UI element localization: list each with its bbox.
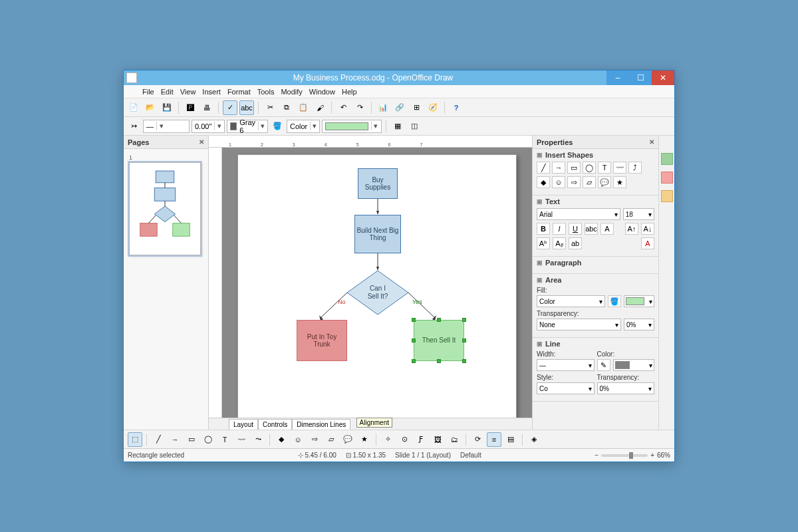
font-name-combo[interactable]: Arial▾ xyxy=(537,208,620,220)
decrease-font-button[interactable]: A↓ xyxy=(641,223,654,235)
page-thumbnail-1[interactable] xyxy=(129,162,201,255)
zoom-control[interactable]: − + 66% xyxy=(595,452,670,459)
menu-view[interactable]: View xyxy=(180,88,196,96)
line-width-input[interactable]: 0.00"▾ xyxy=(192,120,225,133)
points-edit-button[interactable]: ✧ xyxy=(380,432,395,447)
close-button[interactable]: ✕ xyxy=(652,70,674,85)
autospell-button[interactable]: abc xyxy=(239,100,254,115)
line-color-pen-icon[interactable]: ✎ xyxy=(597,359,610,371)
shape-ellipse-icon[interactable]: ◯ xyxy=(583,162,596,174)
flowchart-shapes-button[interactable]: ▱ xyxy=(324,432,338,447)
menu-insert[interactable]: Insert xyxy=(202,88,221,96)
flowchart-decision[interactable]: Can I Sell It? xyxy=(344,269,411,316)
shape-line-icon[interactable]: ╱ xyxy=(537,162,550,174)
export-pdf-button[interactable]: 🅿 xyxy=(183,100,198,115)
fontwork-button[interactable]: Ƒ xyxy=(414,432,428,447)
shape-callout-icon[interactable]: 💬 xyxy=(598,176,611,188)
arrow-tool-button[interactable]: → xyxy=(168,432,182,447)
line-color-select[interactable]: ▾ xyxy=(613,359,655,371)
save-button[interactable]: 💾 xyxy=(160,100,174,115)
menu-file[interactable]: File xyxy=(142,88,154,96)
fill-color-combo[interactable]: ▾ xyxy=(322,120,382,133)
line-tool-button[interactable]: ╱ xyxy=(151,432,166,447)
shape-text-icon[interactable]: T xyxy=(598,162,611,174)
from-file-button[interactable]: 🖼 xyxy=(430,432,445,447)
shape-symbol-icon[interactable]: ☺ xyxy=(552,176,565,188)
symbol-shapes-button[interactable]: ☺ xyxy=(291,432,305,447)
ellipse-tool-button[interactable]: ◯ xyxy=(201,432,215,447)
canvas-viewport[interactable]: Buy Supplies Build Next Big Thing Can I … xyxy=(222,148,532,418)
help-button[interactable]: ? xyxy=(449,100,464,115)
flowchart-box-build[interactable]: Build Next Big Thing xyxy=(354,215,401,253)
menu-tools[interactable]: Tools xyxy=(257,88,275,96)
highlight-button[interactable]: ab xyxy=(569,237,582,249)
titlebar[interactable]: My Business Process.odg - OpenOffice Dra… xyxy=(124,70,674,85)
tab-dimension[interactable]: Dimension Lines xyxy=(292,419,350,430)
menu-format[interactable]: Format xyxy=(227,88,251,96)
select-tool-button[interactable]: ⬚ xyxy=(128,432,142,447)
minimize-button[interactable]: – xyxy=(606,70,629,85)
tab-controls[interactable]: Controls xyxy=(258,419,292,430)
fill-mode-combo[interactable]: Color▾ xyxy=(287,120,320,133)
section-area[interactable]: Area xyxy=(537,276,654,284)
cut-button[interactable]: ✂ xyxy=(263,100,277,115)
new-doc-button[interactable]: 📄 xyxy=(126,100,141,115)
curve-tool-button[interactable]: 〰 xyxy=(234,432,249,447)
chart-button[interactable]: 📊 xyxy=(376,100,390,115)
bold-button[interactable]: B xyxy=(537,223,550,235)
glue-points-button[interactable]: ⊙ xyxy=(397,432,412,447)
paste-button[interactable]: 📋 xyxy=(296,100,311,115)
sidebar-styles-icon[interactable] xyxy=(661,190,673,202)
section-text[interactable]: Text xyxy=(537,198,654,205)
format-paint-button[interactable]: 🖌 xyxy=(313,100,327,115)
hyperlink-button[interactable]: 🔗 xyxy=(392,100,407,115)
section-line[interactable]: Line xyxy=(537,340,654,348)
line-style-select[interactable]: Co▾ xyxy=(537,382,595,394)
sidebar-gallery-icon[interactable] xyxy=(661,153,673,165)
shape-rect-icon[interactable]: ▭ xyxy=(567,162,581,174)
callouts-button[interactable]: 💬 xyxy=(340,432,355,447)
block-arrows-button[interactable]: ⇨ xyxy=(307,432,322,447)
strike-button[interactable]: abc xyxy=(585,223,598,235)
arrange-button[interactable]: ▤ xyxy=(503,432,518,447)
shape-flowchart-icon[interactable]: ▱ xyxy=(583,176,596,188)
shape-curve-icon[interactable]: 〰 xyxy=(613,162,626,174)
navigator-button[interactable]: 🧭 xyxy=(426,100,440,115)
section-paragraph[interactable]: Paragraph xyxy=(537,259,654,267)
shape-star-icon[interactable]: ★ xyxy=(613,176,626,188)
font-size-combo[interactable]: 18▾ xyxy=(623,208,654,220)
shape-basic-icon[interactable]: ◆ xyxy=(537,176,550,188)
sidebar-navigator-icon[interactable] xyxy=(661,172,673,184)
gallery-button[interactable]: 🗂 xyxy=(447,432,462,447)
shape-connector-icon[interactable]: ⤴ xyxy=(628,162,642,174)
rotate-button[interactable]: ⟳ xyxy=(470,432,485,447)
font-color-button[interactable]: A xyxy=(641,237,654,249)
menu-help[interactable]: Help xyxy=(342,88,357,96)
shape-arrow-icon[interactable]: → xyxy=(552,162,565,174)
connector-tool-button[interactable]: ⤳ xyxy=(251,432,265,447)
spellcheck-button[interactable]: ✓ xyxy=(223,100,237,115)
maximize-button[interactable]: ☐ xyxy=(629,70,652,85)
fill-bucket-icon[interactable]: 🪣 xyxy=(608,295,621,307)
zoom-in-icon[interactable]: + xyxy=(650,452,654,459)
alignment-button[interactable]: ≡ xyxy=(487,432,501,447)
line-width-combo[interactable]: —▾ xyxy=(537,359,595,371)
shape-block-arrow-icon[interactable]: ⇨ xyxy=(567,176,581,188)
print-button[interactable]: 🖶 xyxy=(200,100,214,115)
undo-button[interactable]: ↶ xyxy=(336,100,350,115)
flowchart-box-trunk[interactable]: Put In Toy Trunk xyxy=(297,320,347,361)
drawing-page[interactable]: Buy Supplies Build Next Big Thing Can I … xyxy=(237,154,517,418)
grid-button[interactable]: ⊞ xyxy=(409,100,424,115)
stars-button[interactable]: ★ xyxy=(357,432,372,447)
flowchart-box-buy[interactable]: Buy Supplies xyxy=(358,168,398,199)
line-trans-value[interactable]: 0%▾ xyxy=(597,382,655,394)
flowchart-box-sell-selected[interactable]: Then Sell It xyxy=(414,320,464,361)
section-insert-shapes[interactable]: Insert Shapes xyxy=(537,151,654,159)
rect-tool-button[interactable]: ▭ xyxy=(184,432,199,447)
basic-shapes-button[interactable]: ◆ xyxy=(274,432,289,447)
tab-layout[interactable]: Layout xyxy=(229,419,258,430)
arrow-style-button[interactable]: ↣ xyxy=(126,119,141,134)
underline-button[interactable]: U xyxy=(569,223,582,235)
increase-font-button[interactable]: A↑ xyxy=(625,223,638,235)
line-style-combo[interactable]: — ▾ xyxy=(143,120,190,133)
